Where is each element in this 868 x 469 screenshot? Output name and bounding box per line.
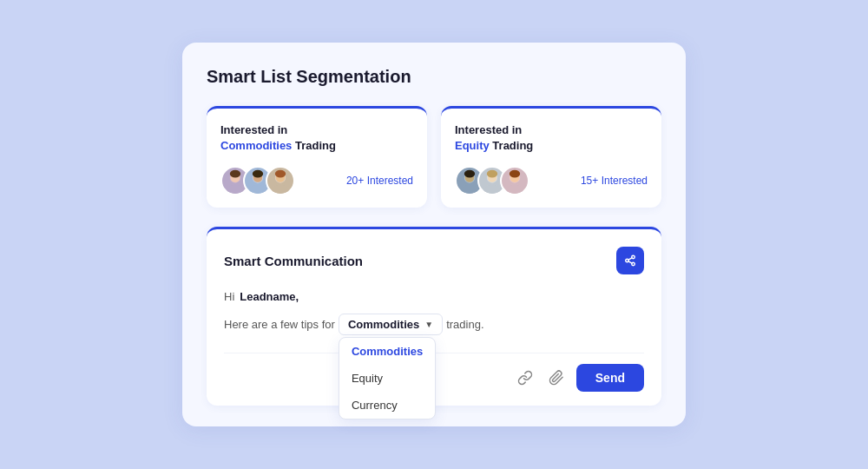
svg-point-19 bbox=[487, 170, 497, 178]
svg-point-13 bbox=[461, 185, 477, 196]
interested-count-equity: 15+ Interested bbox=[581, 175, 648, 187]
dropdown-selected-value: Commodities bbox=[348, 318, 419, 331]
dropdown-item-currency[interactable]: Currency bbox=[339, 392, 435, 419]
avatar bbox=[266, 166, 295, 195]
interested-count-commodities: 20+ Interested bbox=[346, 175, 413, 187]
title-prefix: Interested in bbox=[220, 123, 287, 136]
lead-name-badge: Leadname, bbox=[240, 290, 299, 303]
segment-card-footer-equity: 15+ Interested bbox=[455, 166, 648, 195]
svg-point-21 bbox=[506, 185, 523, 196]
title-suffix-commodities: Trading bbox=[295, 139, 336, 152]
dropdown-list: Commodities Equity Currency bbox=[339, 337, 436, 419]
message-line-tips: Here are a few tips for Commodities ▼ Co… bbox=[224, 314, 644, 335]
dropdown-item-commodities[interactable]: Commodities bbox=[339, 338, 435, 365]
attach-button[interactable] bbox=[545, 367, 568, 389]
dropdown-selected[interactable]: Commodities ▼ bbox=[339, 314, 443, 335]
comm-card: Smart Communication Hi Leadname, Here ar… bbox=[207, 227, 661, 406]
avatars-commodities bbox=[220, 166, 295, 195]
svg-line-27 bbox=[628, 261, 632, 263]
svg-line-28 bbox=[628, 258, 632, 260]
svg-point-23 bbox=[510, 170, 520, 178]
link-button[interactable] bbox=[514, 367, 536, 389]
segment-card-footer-commodities: 20+ Interested bbox=[220, 166, 413, 195]
title-highlight-equity: Equity bbox=[455, 139, 490, 152]
message-prefix: Here are a few tips for bbox=[224, 318, 335, 331]
chevron-down-icon: ▼ bbox=[424, 320, 433, 329]
dropdown-container[interactable]: Commodities ▼ Commodities Equity Currenc… bbox=[339, 314, 443, 335]
hi-label: Hi bbox=[224, 290, 234, 303]
share-button[interactable] bbox=[616, 247, 644, 274]
svg-point-7 bbox=[253, 170, 263, 178]
svg-point-3 bbox=[230, 170, 240, 178]
page-title: Smart List Segmentation bbox=[207, 67, 661, 87]
send-button[interactable]: Send bbox=[576, 364, 644, 392]
title-prefix-equity: Interested in bbox=[455, 123, 522, 136]
message-area: Hi Leadname, Here are a few tips for Com… bbox=[224, 290, 644, 335]
segment-card-commodities: Interested in Commodities Trading bbox=[207, 106, 427, 208]
svg-point-11 bbox=[275, 170, 286, 178]
avatars-equity bbox=[455, 166, 529, 195]
comm-card-title: Smart Communication bbox=[224, 254, 363, 268]
svg-point-17 bbox=[483, 185, 500, 196]
svg-point-1 bbox=[227, 185, 243, 196]
segment-cards-row: Interested in Commodities Trading bbox=[207, 106, 661, 208]
comm-card-header: Smart Communication bbox=[224, 247, 644, 274]
svg-point-5 bbox=[249, 185, 266, 196]
dropdown-item-equity[interactable]: Equity bbox=[339, 365, 435, 392]
title-highlight-commodities: Commodities bbox=[220, 139, 292, 152]
main-card: Smart List Segmentation Interested in Co… bbox=[182, 43, 686, 426]
segment-card-title-commodities: Interested in Commodities Trading bbox=[220, 122, 413, 154]
avatar bbox=[500, 166, 529, 195]
svg-point-15 bbox=[464, 170, 475, 178]
segment-card-title-equity: Interested in Equity Trading bbox=[455, 122, 648, 154]
title-suffix-equity: Trading bbox=[492, 139, 533, 152]
segment-card-equity: Interested in Equity Trading bbox=[441, 106, 661, 208]
message-suffix: trading. bbox=[446, 318, 483, 331]
svg-point-9 bbox=[272, 185, 288, 196]
message-line-hi: Hi Leadname, bbox=[224, 290, 644, 303]
